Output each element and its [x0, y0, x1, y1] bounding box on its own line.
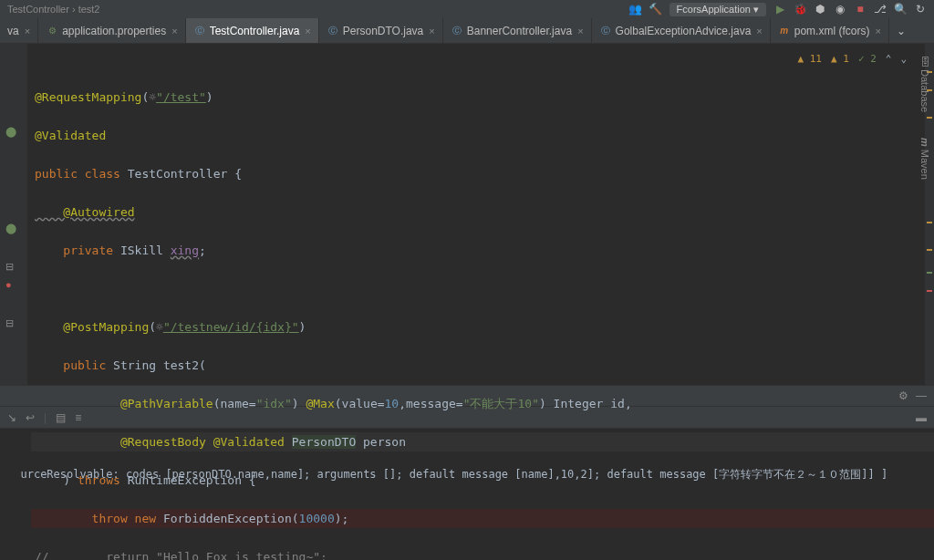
fold-icon[interactable]: ⊟ — [5, 317, 20, 332]
code-content[interactable]: ▲ 11 ▲ 1 ✓ 2 ⌃ ⌄ @RequestMapping(☼"/test… — [27, 44, 934, 385]
close-icon[interactable]: × — [25, 26, 30, 36]
close-icon[interactable]: × — [875, 26, 880, 36]
editor[interactable]: ⬤ ⬤ ⊟ ● ⊟ ▲ 11 ▲ 1 ✓ 2 ⌃ ⌄ @RequestMappi… — [0, 44, 934, 385]
t: test2 — [163, 358, 199, 372]
class-icon: Ⓒ — [327, 25, 339, 37]
t: public class — [35, 167, 128, 181]
t: ) — [292, 397, 306, 410]
info-marker[interactable] — [927, 272, 932, 274]
t: "idx" — [256, 397, 292, 410]
chevron-up-icon[interactable]: ⌃ — [886, 49, 892, 68]
error-indicator[interactable]: ▲ 1 — [831, 49, 849, 68]
t: { — [249, 473, 256, 487]
t: throw new — [35, 512, 163, 525]
tab-bannercontroller[interactable]: Ⓒ BannerController.java × — [443, 18, 592, 43]
tabs-overflow[interactable]: ⌄ — [889, 18, 913, 43]
t: ) Integer — [539, 397, 610, 410]
t: private — [35, 244, 120, 257]
chevron-down-icon[interactable]: ⌄ — [900, 49, 907, 68]
t: id — [610, 397, 625, 410]
tab-pom[interactable]: m pom.xml (fcors) × — [771, 18, 889, 43]
t: ) — [35, 473, 78, 487]
tab-label: Database — [919, 69, 930, 112]
git-icon[interactable]: ⎇ — [874, 3, 887, 16]
right-tool-tabs: 🗄 Database m Maven — [916, 44, 934, 183]
maven-icon: m — [778, 25, 791, 37]
tab-globalexception[interactable]: Ⓒ GolbalExceptionAdvice.java × — [592, 18, 771, 43]
t: RuntimeException — [128, 473, 249, 487]
users-icon[interactable]: 👥 — [629, 3, 642, 16]
problem-indicators[interactable]: ▲ 11 ▲ 1 ✓ 2 ⌃ ⌄ — [798, 49, 908, 68]
tab-label: pom.xml (fcors) — [794, 25, 870, 37]
properties-icon: ⚙ — [46, 25, 58, 37]
run-config-selector[interactable]: FcorsApplication ▾ — [669, 3, 766, 16]
t: @PostMapping — [35, 320, 149, 334]
breadcrumb-sep: › — [69, 4, 78, 15]
tab-testcontroller[interactable]: Ⓒ TestController.java × — [186, 18, 319, 43]
t: @RequestMapping — [35, 90, 141, 104]
top-toolbar: 👥 🔨 FcorsApplication ▾ ▶ 🐞 ⬢ ◉ ■ ⎇ 🔍 ↻ — [629, 3, 927, 16]
scroll-to-end-icon[interactable]: ↘ — [7, 411, 16, 424]
database-tab[interactable]: 🗄 Database — [918, 53, 932, 116]
t: ; — [199, 244, 206, 257]
close-icon[interactable]: × — [171, 26, 177, 36]
breadcrumb-part2: test2 — [78, 4, 100, 15]
breadcrumb-part1: TestController — [7, 4, 69, 15]
close-icon[interactable]: × — [577, 26, 583, 36]
t: @PathVariable — [35, 397, 213, 410]
t: ( — [199, 358, 206, 372]
close-icon[interactable]: × — [429, 26, 434, 36]
error-marker[interactable] — [927, 290, 932, 292]
t: throws — [78, 473, 128, 487]
warning-marker[interactable] — [927, 222, 932, 223]
close-icon[interactable]: × — [756, 26, 762, 36]
t: ) — [299, 320, 306, 334]
run-icon[interactable]: ▶ — [773, 3, 786, 16]
breadcrumb[interactable]: TestController › test2 — [7, 4, 629, 15]
t: person — [356, 435, 406, 449]
chevron-down-icon: ▾ — [753, 4, 759, 15]
top-bar: TestController › test2 👥 🔨 FcorsApplicat… — [0, 0, 934, 18]
tab-label: GolbalExceptionAdvice.java — [616, 25, 752, 37]
profile-icon[interactable]: ◉ — [834, 3, 846, 16]
sync-icon[interactable]: ↻ — [914, 3, 927, 16]
chevron-down-icon: ⌄ — [897, 25, 906, 37]
debug-icon[interactable]: 🐞 — [794, 3, 806, 16]
t: 10 — [385, 397, 400, 410]
tab-label: va — [7, 25, 19, 37]
class-icon: Ⓒ — [193, 25, 206, 37]
t: public — [35, 358, 113, 372]
coverage-icon[interactable]: ⬢ — [814, 3, 826, 16]
t: ISkill — [120, 244, 171, 257]
t: 10000 — [299, 512, 335, 525]
t: String — [113, 358, 163, 372]
tab-va[interactable]: va × — [0, 18, 38, 43]
search-icon[interactable]: 🔍 — [894, 3, 907, 16]
t: @Autowired — [35, 205, 135, 219]
warning-indicator[interactable]: ▲ 11 — [798, 49, 823, 68]
warning-marker[interactable] — [927, 249, 932, 251]
t: "/test" — [156, 90, 206, 104]
maven-tab[interactable]: m Maven — [918, 134, 932, 183]
t: "不能大于10" — [463, 397, 539, 410]
class-icon: Ⓒ — [451, 25, 463, 37]
t: @Validated — [35, 129, 106, 142]
spring-bean-icon[interactable]: ⬤ — [5, 223, 20, 237]
run-config-label: FcorsApplication — [677, 4, 751, 15]
tab-label: TestController.java — [210, 25, 300, 37]
spring-bean-icon[interactable]: ⬤ — [5, 126, 20, 140]
maven-icon: m — [919, 138, 930, 147]
fold-icon[interactable]: ⊟ — [5, 261, 20, 275]
tab-persondto[interactable]: Ⓒ PersonDTO.java × — [319, 18, 443, 43]
gutter[interactable]: ⬤ ⬤ ⊟ ● ⊟ — [0, 44, 27, 385]
t: TestController — [128, 167, 234, 181]
tab-application-properties[interactable]: ⚙ application.properties × — [38, 18, 186, 43]
close-icon[interactable]: × — [305, 26, 310, 36]
stop-icon[interactable]: ■ — [854, 3, 867, 16]
tab-label: PersonDTO.java — [343, 25, 423, 37]
breakpoint-icon[interactable]: ● — [5, 279, 20, 294]
t: ); — [335, 512, 349, 525]
typo-indicator[interactable]: ✓ 2 — [858, 49, 877, 68]
t — [31, 279, 934, 298]
hammer-icon[interactable]: 🔨 — [649, 3, 662, 16]
